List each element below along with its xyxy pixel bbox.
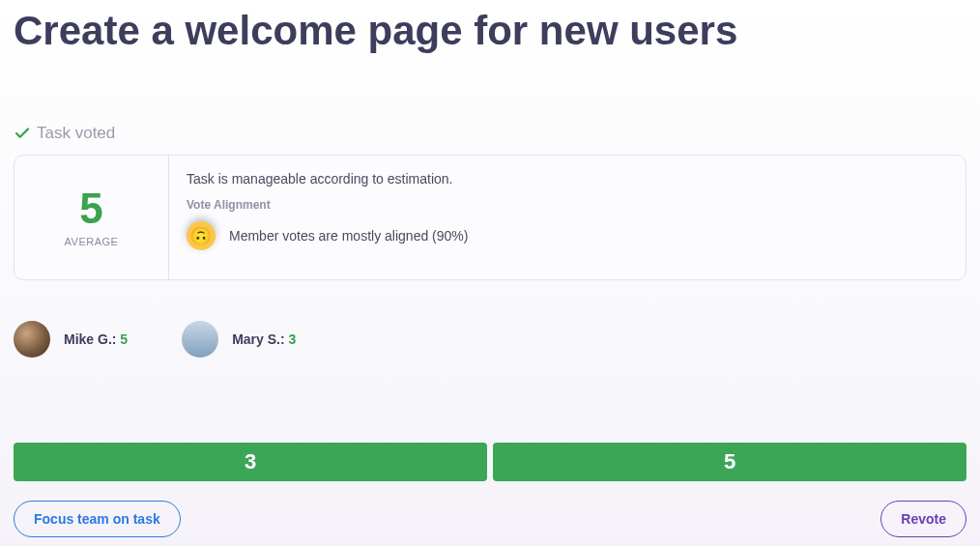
vote-alignment-label: Vote Alignment [187, 198, 948, 212]
page-title: Create a welcome page for new users [14, 0, 966, 54]
task-status-label: Task voted [37, 124, 115, 143]
average-label: AVERAGE [65, 236, 119, 247]
actions-row: Focus team on task Revote [14, 501, 966, 537]
task-status-row: Task voted [14, 124, 966, 143]
avatar [14, 321, 50, 358]
member-label: Mike G.: 5 [64, 331, 128, 347]
member-vote: 5 [120, 331, 128, 347]
member-name: Mary S.: [232, 331, 284, 347]
revote-button[interactable]: Revote [880, 501, 966, 537]
details-panel: Task is manageable according to estimati… [169, 156, 966, 279]
summary-card: 5 AVERAGE Task is manageable according t… [14, 155, 966, 280]
member-chip: Mike G.: 5 [14, 321, 128, 358]
member-chip: Mary S.: 3 [182, 321, 296, 358]
focus-team-button[interactable]: Focus team on task [14, 501, 181, 537]
average-panel: 5 AVERAGE [14, 156, 169, 279]
vote-option-3[interactable]: 3 [14, 443, 487, 481]
member-label: Mary S.: 3 [232, 331, 296, 347]
average-value: 5 [79, 187, 102, 230]
member-vote: 3 [289, 331, 297, 347]
members-row: Mike G.: 5 Mary S.: 3 [14, 321, 966, 358]
estimation-text: Task is manageable according to estimati… [187, 171, 948, 187]
vote-bars: 3 5 [14, 443, 966, 481]
avatar [182, 321, 218, 358]
vote-option-5[interactable]: 5 [493, 443, 966, 481]
check-icon [14, 125, 31, 142]
emoji-icon: 🙂 [187, 221, 216, 250]
alignment-row: 🙂 Member votes are mostly aligned (90%) [187, 221, 948, 250]
member-name: Mike G.: [64, 331, 116, 347]
alignment-text: Member votes are mostly aligned (90%) [229, 228, 468, 244]
